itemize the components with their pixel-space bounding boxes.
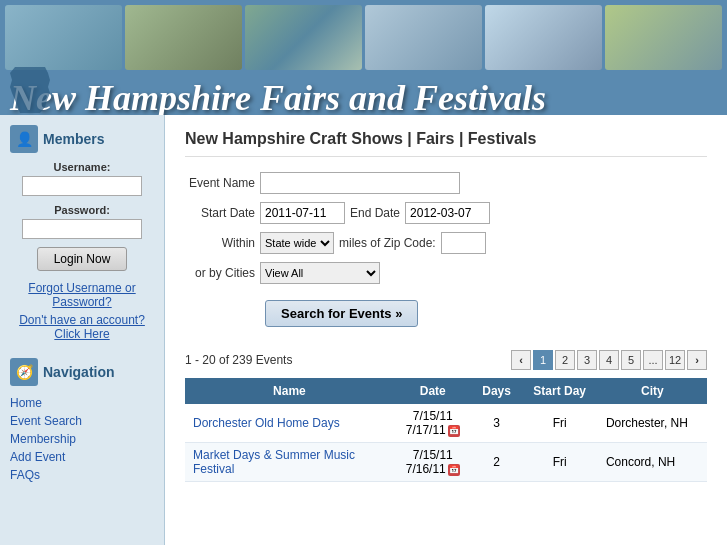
results-count: 1 - 20 of 239 Events <box>185 353 292 367</box>
password-input[interactable] <box>22 219 142 239</box>
calendar-icon: 📅 <box>448 425 460 437</box>
main-content: New Hampshire Craft Shows | Fairs | Fest… <box>165 115 727 545</box>
sidebar: 👤 Members Username: Password: Login Now … <box>0 115 165 545</box>
col-city: City <box>598 378 707 404</box>
page-4-button[interactable]: 4 <box>599 350 619 370</box>
pagination-ellipsis: ... <box>643 350 663 370</box>
within-label: Within <box>185 236 255 250</box>
event-link[interactable]: Dorchester Old Home Days <box>193 416 340 430</box>
page-12-button[interactable]: 12 <box>665 350 685 370</box>
next-page-button[interactable]: › <box>687 350 707 370</box>
event-days-cell: 2 <box>472 443 522 482</box>
nav-event-search[interactable]: Event Search <box>10 412 154 430</box>
password-label: Password: <box>10 204 154 216</box>
col-days: Days <box>472 378 522 404</box>
login-button[interactable]: Login Now <box>37 247 127 271</box>
nav-header: 🧭 Navigation <box>10 358 154 386</box>
col-start-day: Start Day <box>521 378 597 404</box>
city-select[interactable]: View All Concord Manchester Nashua <box>260 262 380 284</box>
pagination: ‹ 1 2 3 4 5 ... 12 › <box>511 350 707 370</box>
table-header-row: Name Date Days Start Day City <box>185 378 707 404</box>
event-name-input[interactable] <box>260 172 460 194</box>
table-row: Dorchester Old Home Days 7/15/117/17/11📅… <box>185 404 707 443</box>
page-title: New Hampshire Craft Shows | Fairs | Fest… <box>185 130 707 157</box>
main-layout: 👤 Members Username: Password: Login Now … <box>0 115 727 545</box>
search-button[interactable]: Search for Events » <box>265 300 418 327</box>
event-name-cell: Dorchester Old Home Days <box>185 404 394 443</box>
header-photo-5 <box>485 5 602 70</box>
header-photo-4 <box>365 5 482 70</box>
search-button-row: Search for Events » <box>185 292 707 335</box>
event-link[interactable]: Market Days & Summer Music Festival <box>193 448 355 476</box>
members-header: 👤 Members <box>10 125 154 153</box>
start-date-label: Start Date <box>185 206 255 220</box>
event-city-cell: Concord, NH <box>598 443 707 482</box>
events-table: Name Date Days Start Day City Dorchester… <box>185 378 707 482</box>
or-by-cities-label: or by Cities <box>185 266 255 280</box>
col-date: Date <box>394 378 472 404</box>
members-title: Members <box>43 131 104 147</box>
event-startday-cell: Fri <box>521 443 597 482</box>
page-2-button[interactable]: 2 <box>555 350 575 370</box>
header-photo-2 <box>125 5 242 70</box>
header-photo-6 <box>605 5 722 70</box>
start-date-input[interactable] <box>260 202 345 224</box>
nav-home[interactable]: Home <box>10 394 154 412</box>
cities-row: or by Cities View All Concord Manchester… <box>185 262 707 284</box>
event-date-cell: 7/15/117/17/11📅 <box>394 404 472 443</box>
site-title: New Hampshire Fairs and Festivals <box>0 72 556 115</box>
members-icon: 👤 <box>10 125 38 153</box>
page-5-button[interactable]: 5 <box>621 350 641 370</box>
event-city-cell: Dorchester, NH <box>598 404 707 443</box>
end-date-label: End Date <box>350 206 400 220</box>
nav-membership[interactable]: Membership <box>10 430 154 448</box>
within-row: Within State wide 5 10 25 miles of Zip C… <box>185 232 707 254</box>
username-label: Username: <box>10 161 154 173</box>
no-account-link[interactable]: Don't have an account? Click Here <box>10 311 154 343</box>
site-header: New Hampshire Fairs and Festivals <box>0 0 727 115</box>
miles-label: miles of Zip Code: <box>339 236 436 250</box>
nav-icon: 🧭 <box>10 358 38 386</box>
event-name-label: Event Name <box>185 176 255 190</box>
page-1-button[interactable]: 1 <box>533 350 553 370</box>
event-startday-cell: Fri <box>521 404 597 443</box>
header-photo-3 <box>245 5 362 70</box>
table-row: Market Days & Summer Music Festival 7/15… <box>185 443 707 482</box>
nav-faqs[interactable]: FAQs <box>10 466 154 484</box>
col-name: Name <box>185 378 394 404</box>
members-section: 👤 Members Username: Password: Login Now … <box>10 125 154 343</box>
nav-links: Home Event Search Membership Add Event F… <box>10 394 154 484</box>
forgot-link[interactable]: Forgot Username or Password? <box>10 279 154 311</box>
calendar-icon: 📅 <box>448 464 460 476</box>
event-days-cell: 3 <box>472 404 522 443</box>
username-input[interactable] <box>22 176 142 196</box>
results-header: 1 - 20 of 239 Events ‹ 1 2 3 4 5 ... 12 … <box>185 350 707 370</box>
search-form: Event Name Start Date End Date Within St… <box>185 172 707 335</box>
end-date-input[interactable] <box>405 202 490 224</box>
event-name-row: Event Name <box>185 172 707 194</box>
prev-page-button[interactable]: ‹ <box>511 350 531 370</box>
event-name-cell: Market Days & Summer Music Festival <box>185 443 394 482</box>
nav-title: Navigation <box>43 364 115 380</box>
zip-input[interactable] <box>441 232 486 254</box>
nav-section: 🧭 Navigation Home Event Search Membershi… <box>10 358 154 484</box>
header-photo-1 <box>5 5 122 70</box>
nh-silhouette-icon <box>0 65 60 115</box>
header-photos <box>0 0 727 70</box>
event-date-cell: 7/15/117/16/11📅 <box>394 443 472 482</box>
page-3-button[interactable]: 3 <box>577 350 597 370</box>
forgot-links: Forgot Username or Password? Don't have … <box>10 279 154 343</box>
within-select[interactable]: State wide 5 10 25 <box>260 232 334 254</box>
nav-add-event[interactable]: Add Event <box>10 448 154 466</box>
date-row: Start Date End Date <box>185 202 707 224</box>
